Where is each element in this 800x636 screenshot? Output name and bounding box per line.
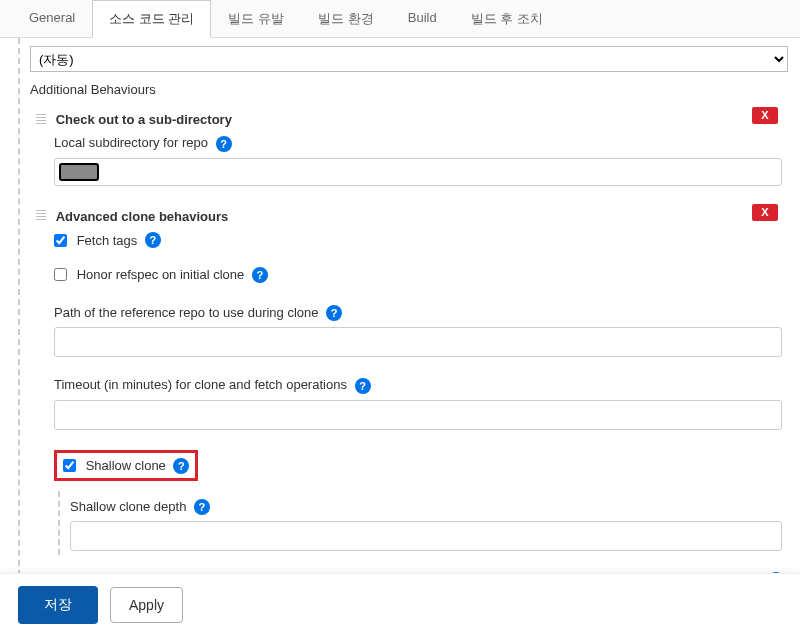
- local-subdir-input[interactable]: [59, 163, 99, 181]
- behaviour-checkout-subdir: X Check out to a sub-directory Local sub…: [30, 105, 788, 198]
- bottom-bar: 저장 Apply: [0, 573, 800, 636]
- fetch-tags-checkbox[interactable]: [54, 234, 67, 247]
- save-button[interactable]: 저장: [18, 586, 98, 624]
- help-icon[interactable]: ?: [194, 499, 210, 515]
- local-subdir-input-wrap: [54, 158, 782, 186]
- honor-refspec-label: Honor refspec on initial clone: [77, 267, 245, 282]
- tab-general[interactable]: General: [12, 0, 92, 37]
- fetch-tags-label: Fetch tags: [77, 233, 138, 248]
- help-icon[interactable]: ?: [326, 305, 342, 321]
- tab-build[interactable]: Build: [391, 0, 454, 37]
- additional-behaviours-label: Additional Behaviours: [30, 78, 788, 105]
- behaviour-advanced-clone: X Advanced clone behaviours Fetch tags ?…: [30, 202, 788, 563]
- tab-bar: General 소스 코드 관리 빌드 유발 빌드 환경 Build 빌드 후 …: [0, 0, 800, 38]
- drag-handle-icon[interactable]: [36, 114, 46, 126]
- shallow-depth-input[interactable]: [70, 521, 782, 551]
- reference-repo-label: Path of the reference repo to use during…: [54, 305, 319, 320]
- reference-repo-input[interactable]: [54, 327, 782, 357]
- help-icon[interactable]: ?: [173, 458, 189, 474]
- shallow-depth-label: Shallow clone depth: [70, 499, 186, 514]
- help-icon[interactable]: ?: [216, 136, 232, 152]
- tab-scm[interactable]: 소스 코드 관리: [92, 0, 211, 38]
- delete-advanced-button[interactable]: X: [752, 204, 778, 221]
- help-icon[interactable]: ?: [145, 232, 161, 248]
- tab-post[interactable]: 빌드 후 조치: [454, 0, 560, 37]
- checkout-title: Check out to a sub-directory: [56, 112, 232, 127]
- tab-trigger[interactable]: 빌드 유발: [211, 0, 301, 37]
- shallow-clone-highlight: Shallow clone ?: [54, 450, 198, 481]
- local-subdir-label: Local subdirectory for repo: [54, 135, 208, 150]
- shallow-clone-checkbox[interactable]: [63, 459, 76, 472]
- timeout-input[interactable]: [54, 400, 782, 430]
- help-icon[interactable]: ?: [355, 378, 371, 394]
- apply-button[interactable]: Apply: [110, 587, 183, 623]
- delete-checkout-button[interactable]: X: [752, 107, 778, 124]
- shallow-clone-label: Shallow clone: [86, 458, 166, 473]
- advanced-title: Advanced clone behaviours: [56, 209, 229, 224]
- drag-handle-icon[interactable]: [36, 210, 46, 222]
- help-icon[interactable]: ?: [252, 267, 268, 283]
- tab-env[interactable]: 빌드 환경: [301, 0, 391, 37]
- auto-select[interactable]: (자동): [30, 46, 788, 72]
- timeout-label: Timeout (in minutes) for clone and fetch…: [54, 377, 347, 392]
- honor-refspec-checkbox[interactable]: [54, 268, 67, 281]
